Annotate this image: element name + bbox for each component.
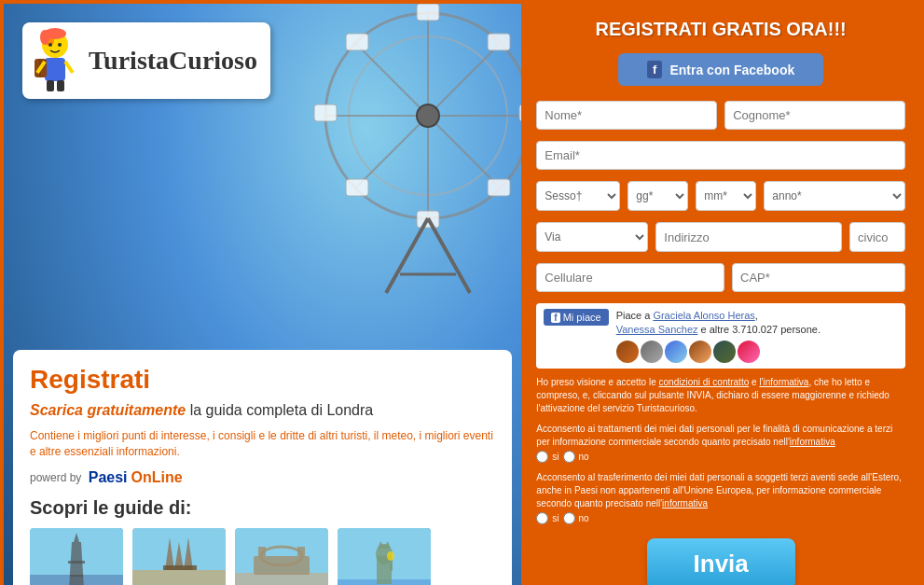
avatar-5 bbox=[713, 341, 736, 363]
radio-row-2: si no bbox=[536, 512, 905, 525]
likes-person2[interactable]: Vanessa Sanchez bbox=[616, 324, 698, 335]
city-image-roma bbox=[235, 528, 328, 585]
avatar-2 bbox=[641, 341, 663, 363]
city-grid: Parigi bbox=[30, 528, 495, 585]
likes-prefix: Piace a bbox=[616, 310, 654, 321]
sesso-select[interactable]: Sesso† M F bbox=[536, 181, 620, 211]
likes-person1[interactable]: Graciela Alonso Heras bbox=[653, 310, 754, 321]
svg-rect-48 bbox=[297, 547, 305, 556]
avatar-4 bbox=[689, 341, 711, 363]
svg-rect-12 bbox=[488, 34, 510, 50]
svg-rect-36 bbox=[70, 575, 83, 577]
city-image-newyork bbox=[338, 528, 431, 585]
svg-rect-35 bbox=[68, 561, 85, 564]
legal-text-1: Ho preso visione e accetto le condizioni… bbox=[536, 376, 905, 415]
svg-rect-10 bbox=[519, 104, 521, 121]
informativa-link-2[interactable]: informativa bbox=[790, 437, 835, 447]
indirizzo-input[interactable] bbox=[655, 222, 842, 252]
registration-title: REGISTRATI GRATIS ORA!!! bbox=[536, 19, 905, 40]
email-row bbox=[536, 141, 905, 170]
avatar-1 bbox=[616, 341, 639, 363]
logo-character-icon bbox=[30, 28, 81, 93]
svg-line-15 bbox=[386, 218, 428, 293]
svg-rect-42 bbox=[163, 565, 197, 570]
submit-button[interactable]: Invia bbox=[647, 538, 795, 585]
via-select[interactable]: Via Viale Piazza bbox=[536, 222, 648, 252]
likes-text: Piace a Graciela Alonso Heras, Vanessa S… bbox=[616, 309, 821, 338]
dob-row: Sesso† M F gg* mm* anno* bbox=[536, 181, 905, 211]
cognome-input[interactable] bbox=[724, 101, 905, 130]
radio-row-1: si no bbox=[536, 451, 905, 464]
legal-text-3: Acconsento al trasferimento dei miei dat… bbox=[536, 471, 905, 525]
mm-select[interactable]: mm* bbox=[696, 181, 756, 211]
likes-area: f Mi piace Piace a Graciela Alonso Heras… bbox=[536, 303, 905, 369]
logo-area: TuristaCurioso bbox=[22, 22, 270, 99]
facebook-login-button[interactable]: f Entra con Facebook bbox=[618, 53, 823, 86]
legal-text-2: Acconsento ai trattamenti dei miei dati … bbox=[536, 423, 905, 464]
consent2-no-label: no bbox=[579, 512, 589, 525]
guide-subtitle: Scarica gratuitamente la guida completa … bbox=[30, 402, 495, 419]
svg-rect-29 bbox=[47, 80, 54, 91]
powered-by-label: powerd by bbox=[30, 471, 81, 484]
subtitle-rest: la guida completa di Londra bbox=[190, 402, 374, 418]
right-panel: REGISTRATI GRATIS ORA!!! f Entra con Fac… bbox=[521, 4, 920, 585]
informativa-link-1[interactable]: l'informativa bbox=[759, 377, 808, 387]
content-box: Registrati Scarica gratuitamente la guid… bbox=[13, 350, 512, 585]
svg-rect-38 bbox=[132, 570, 226, 585]
city-item-parigi[interactable]: Parigi bbox=[30, 528, 123, 585]
email-input[interactable] bbox=[536, 141, 905, 170]
anno-select[interactable]: anno* bbox=[764, 181, 905, 211]
consent1-no-radio[interactable] bbox=[563, 451, 575, 463]
svg-rect-13 bbox=[346, 179, 368, 196]
consent1-si-radio[interactable] bbox=[536, 451, 548, 463]
svg-rect-47 bbox=[258, 547, 266, 556]
likes-and: e altre 3.710.027 persone. bbox=[701, 324, 821, 335]
paesi-logo: PaesiOnLine bbox=[89, 469, 186, 486]
ferris-wheel-decoration bbox=[241, 4, 521, 302]
address-row: Via Viale Piazza bbox=[536, 222, 905, 252]
city-image-barcellona bbox=[132, 528, 226, 585]
facebook-icon: f bbox=[647, 61, 662, 78]
consent2-si-radio[interactable] bbox=[536, 512, 548, 524]
cap-input[interactable] bbox=[732, 263, 905, 292]
informativa-link-3[interactable]: informativa bbox=[662, 498, 708, 508]
avatar-6 bbox=[738, 341, 760, 363]
consent1-no-label: no bbox=[579, 451, 589, 464]
svg-rect-14 bbox=[488, 179, 510, 196]
svg-point-23 bbox=[58, 43, 62, 47]
cellulare-input[interactable] bbox=[536, 263, 724, 292]
registrati-heading: Registrati bbox=[30, 365, 495, 395]
main-container: TuristaCurioso Registrati Scarica gratui… bbox=[4, 4, 920, 585]
avatar-3 bbox=[665, 341, 687, 363]
guide-description: Contiene i migliori punti di interesse, … bbox=[30, 428, 495, 460]
city-item-barcellona[interactable]: Barcellona bbox=[132, 528, 226, 585]
likes-avatars bbox=[616, 341, 821, 363]
svg-line-28 bbox=[65, 62, 73, 73]
mi-piace-fb-icon: f bbox=[551, 313, 559, 323]
civico-input[interactable] bbox=[849, 222, 905, 252]
mi-piace-button[interactable]: f Mi piace bbox=[544, 309, 608, 326]
mi-piace-label: Mi piace bbox=[563, 312, 601, 323]
city-image-parigi bbox=[30, 528, 123, 585]
consent2-si-label: si bbox=[552, 512, 559, 525]
outer-border: TuristaCurioso Registrati Scarica gratui… bbox=[0, 0, 924, 585]
likes-info: Piace a Graciela Alonso Heras, Vanessa S… bbox=[616, 309, 821, 363]
nome-input[interactable] bbox=[536, 101, 717, 130]
svg-point-55 bbox=[387, 551, 394, 561]
consent2-no-radio[interactable] bbox=[563, 512, 575, 524]
svg-rect-7 bbox=[417, 4, 439, 21]
subtitle-emphasis: Scarica gratuitamente bbox=[30, 402, 186, 418]
gg-select[interactable]: gg* bbox=[627, 181, 688, 211]
svg-rect-30 bbox=[57, 80, 64, 91]
city-item-newyork[interactable]: New York bbox=[338, 528, 431, 585]
contratto-link[interactable]: condizioni di contratto bbox=[659, 377, 750, 387]
consent1-si-label: si bbox=[552, 451, 559, 464]
likes-comma1: , bbox=[755, 310, 758, 321]
svg-rect-24 bbox=[45, 58, 65, 81]
svg-point-22 bbox=[48, 43, 52, 47]
powered-by-row: powerd by PaesiOnLine bbox=[30, 469, 495, 486]
facebook-btn-label: Entra con Facebook bbox=[669, 63, 794, 77]
city-item-roma[interactable]: Roma bbox=[235, 528, 328, 585]
name-row bbox=[536, 101, 905, 130]
svg-point-21 bbox=[40, 30, 49, 45]
